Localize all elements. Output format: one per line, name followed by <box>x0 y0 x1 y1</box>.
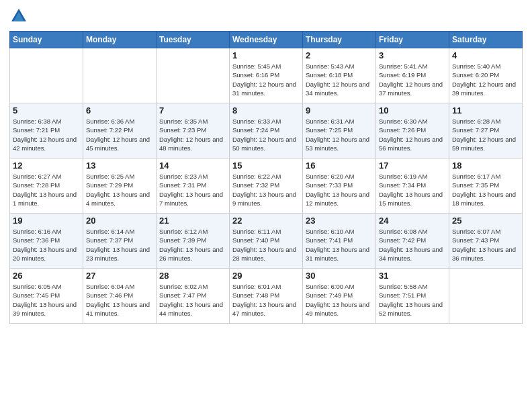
col-sunday: Sunday <box>10 32 83 48</box>
calendar-cell: 14Sunrise: 6:23 AMSunset: 7:31 PMDayligh… <box>157 158 230 214</box>
day-number: 12 <box>13 161 80 171</box>
day-number: 9 <box>306 105 373 116</box>
calendar-cell: 13Sunrise: 6:25 AMSunset: 7:29 PMDayligh… <box>83 158 157 214</box>
day-number: 30 <box>306 271 373 281</box>
day-number: 21 <box>159 216 226 226</box>
calendar-cell <box>449 269 523 324</box>
calendar-cell: 27Sunrise: 6:04 AMSunset: 7:46 PMDayligh… <box>83 269 157 324</box>
day-number: 16 <box>306 161 373 171</box>
day-number: 23 <box>306 216 373 226</box>
calendar-week-1: 5Sunrise: 6:38 AMSunset: 7:21 PMDaylight… <box>10 103 523 158</box>
day-info: Sunrise: 5:41 AMSunset: 6:19 PMDaylight:… <box>379 62 446 97</box>
day-number: 11 <box>452 105 519 116</box>
col-wednesday: Wednesday <box>230 32 303 48</box>
day-info: Sunrise: 6:33 AMSunset: 7:24 PMDaylight:… <box>232 117 300 152</box>
day-info: Sunrise: 5:45 AMSunset: 6:16 PMDaylight:… <box>232 62 300 97</box>
day-info: Sunrise: 6:22 AMSunset: 7:32 PMDaylight:… <box>232 172 300 208</box>
day-info: Sunrise: 6:07 AMSunset: 7:43 PMDaylight:… <box>452 227 519 263</box>
day-info: Sunrise: 6:30 AMSunset: 7:26 PMDaylight:… <box>379 117 446 152</box>
calendar-cell: 29Sunrise: 6:01 AMSunset: 7:48 PMDayligh… <box>230 269 303 324</box>
day-number: 27 <box>86 271 153 281</box>
day-number: 31 <box>379 271 446 281</box>
calendar-cell <box>83 48 157 103</box>
calendar-cell: 26Sunrise: 6:05 AMSunset: 7:45 PMDayligh… <box>10 269 83 324</box>
day-info: Sunrise: 6:01 AMSunset: 7:48 PMDaylight:… <box>232 282 300 318</box>
day-number: 6 <box>86 105 153 116</box>
day-number: 1 <box>232 50 300 60</box>
day-info: Sunrise: 5:43 AMSunset: 6:18 PMDaylight:… <box>306 62 373 97</box>
day-number: 15 <box>232 161 300 171</box>
logo <box>9 7 30 26</box>
calendar-cell <box>10 48 83 103</box>
day-info: Sunrise: 6:05 AMSunset: 7:45 PMDaylight:… <box>13 282 80 318</box>
calendar-cell: 7Sunrise: 6:35 AMSunset: 7:23 PMDaylight… <box>157 103 230 158</box>
calendar-cell: 4Sunrise: 5:40 AMSunset: 6:20 PMDaylight… <box>449 48 523 103</box>
day-number: 8 <box>232 105 300 116</box>
day-number: 28 <box>159 271 226 281</box>
day-number: 19 <box>13 216 80 226</box>
day-info: Sunrise: 6:31 AMSunset: 7:25 PMDaylight:… <box>306 117 373 152</box>
day-number: 3 <box>379 50 446 60</box>
day-number: 10 <box>379 105 446 116</box>
day-number: 14 <box>159 161 226 171</box>
calendar-cell: 21Sunrise: 6:12 AMSunset: 7:39 PMDayligh… <box>157 214 230 269</box>
day-info: Sunrise: 6:28 AMSunset: 7:27 PMDaylight:… <box>452 117 519 152</box>
day-info: Sunrise: 6:25 AMSunset: 7:29 PMDaylight:… <box>86 172 153 208</box>
calendar-week-4: 26Sunrise: 6:05 AMSunset: 7:45 PMDayligh… <box>10 269 523 324</box>
calendar-cell: 6Sunrise: 6:36 AMSunset: 7:22 PMDaylight… <box>83 103 157 158</box>
calendar-cell: 23Sunrise: 6:10 AMSunset: 7:41 PMDayligh… <box>303 214 376 269</box>
calendar-cell: 31Sunrise: 5:58 AMSunset: 7:51 PMDayligh… <box>376 269 449 324</box>
header <box>9 7 523 26</box>
day-number: 13 <box>86 161 153 171</box>
day-info: Sunrise: 6:20 AMSunset: 7:33 PMDaylight:… <box>306 172 373 208</box>
calendar-cell: 30Sunrise: 6:00 AMSunset: 7:49 PMDayligh… <box>303 269 376 324</box>
calendar-cell: 16Sunrise: 6:20 AMSunset: 7:33 PMDayligh… <box>303 158 376 214</box>
calendar-cell: 11Sunrise: 6:28 AMSunset: 7:27 PMDayligh… <box>449 103 523 158</box>
day-number: 29 <box>232 271 300 281</box>
day-info: Sunrise: 6:02 AMSunset: 7:47 PMDaylight:… <box>159 282 226 318</box>
calendar-cell: 3Sunrise: 5:41 AMSunset: 6:19 PMDaylight… <box>376 48 449 103</box>
day-info: Sunrise: 6:17 AMSunset: 7:35 PMDaylight:… <box>452 172 519 208</box>
calendar-week-2: 12Sunrise: 6:27 AMSunset: 7:28 PMDayligh… <box>10 158 523 214</box>
day-number: 22 <box>232 216 300 226</box>
day-info: Sunrise: 6:19 AMSunset: 7:34 PMDaylight:… <box>379 172 446 208</box>
day-info: Sunrise: 5:40 AMSunset: 6:20 PMDaylight:… <box>452 62 519 97</box>
day-info: Sunrise: 6:35 AMSunset: 7:23 PMDaylight:… <box>159 117 226 152</box>
day-number: 25 <box>452 216 519 226</box>
calendar-header-row: Sunday Monday Tuesday Wednesday Thursday… <box>10 32 523 48</box>
calendar-week-0: 1Sunrise: 5:45 AMSunset: 6:16 PMDaylight… <box>10 48 523 103</box>
calendar-week-3: 19Sunrise: 6:16 AMSunset: 7:36 PMDayligh… <box>10 214 523 269</box>
calendar-cell: 9Sunrise: 6:31 AMSunset: 7:25 PMDaylight… <box>303 103 376 158</box>
logo-icon <box>9 7 28 26</box>
day-info: Sunrise: 6:08 AMSunset: 7:42 PMDaylight:… <box>379 227 446 263</box>
calendar-cell: 2Sunrise: 5:43 AMSunset: 6:18 PMDaylight… <box>303 48 376 103</box>
day-info: Sunrise: 6:23 AMSunset: 7:31 PMDaylight:… <box>159 172 226 208</box>
day-info: Sunrise: 6:11 AMSunset: 7:40 PMDaylight:… <box>232 227 300 263</box>
day-number: 4 <box>452 50 519 60</box>
day-number: 7 <box>159 105 226 116</box>
calendar-cell: 12Sunrise: 6:27 AMSunset: 7:28 PMDayligh… <box>10 158 83 214</box>
calendar-cell: 15Sunrise: 6:22 AMSunset: 7:32 PMDayligh… <box>230 158 303 214</box>
day-info: Sunrise: 6:27 AMSunset: 7:28 PMDaylight:… <box>13 172 80 208</box>
col-thursday: Thursday <box>303 32 376 48</box>
page: Sunday Monday Tuesday Wednesday Thursday… <box>0 0 532 411</box>
calendar-cell: 25Sunrise: 6:07 AMSunset: 7:43 PMDayligh… <box>449 214 523 269</box>
calendar-cell: 24Sunrise: 6:08 AMSunset: 7:42 PMDayligh… <box>376 214 449 269</box>
col-tuesday: Tuesday <box>157 32 230 48</box>
day-info: Sunrise: 6:14 AMSunset: 7:37 PMDaylight:… <box>86 227 153 263</box>
day-number: 26 <box>13 271 80 281</box>
day-info: Sunrise: 6:00 AMSunset: 7:49 PMDaylight:… <box>306 282 373 318</box>
day-number: 18 <box>452 161 519 171</box>
calendar-cell: 1Sunrise: 5:45 AMSunset: 6:16 PMDaylight… <box>230 48 303 103</box>
day-info: Sunrise: 6:12 AMSunset: 7:39 PMDaylight:… <box>159 227 226 263</box>
calendar-cell: 19Sunrise: 6:16 AMSunset: 7:36 PMDayligh… <box>10 214 83 269</box>
calendar-cell: 8Sunrise: 6:33 AMSunset: 7:24 PMDaylight… <box>230 103 303 158</box>
day-info: Sunrise: 5:58 AMSunset: 7:51 PMDaylight:… <box>379 282 446 318</box>
day-info: Sunrise: 6:16 AMSunset: 7:36 PMDaylight:… <box>13 227 80 263</box>
calendar-cell: 5Sunrise: 6:38 AMSunset: 7:21 PMDaylight… <box>10 103 83 158</box>
calendar-cell: 22Sunrise: 6:11 AMSunset: 7:40 PMDayligh… <box>230 214 303 269</box>
day-number: 17 <box>379 161 446 171</box>
calendar-cell <box>157 48 230 103</box>
day-info: Sunrise: 6:04 AMSunset: 7:46 PMDaylight:… <box>86 282 153 318</box>
day-info: Sunrise: 6:10 AMSunset: 7:41 PMDaylight:… <box>306 227 373 263</box>
